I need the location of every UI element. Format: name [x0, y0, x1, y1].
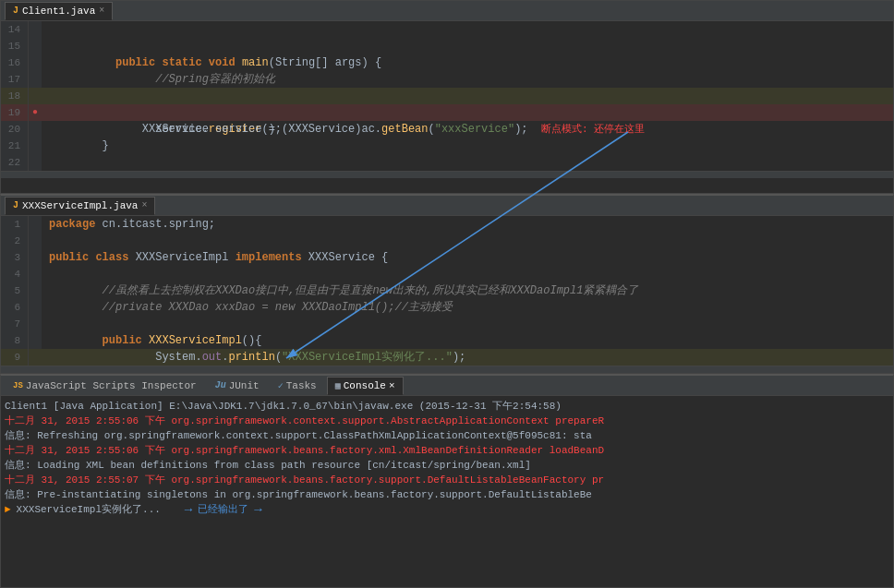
xxxservice-output-text: XXXServiceImpl实例化了... — [17, 502, 161, 517]
code-line-18: 18 ApplicationContext ac = new ClassPath… — [1, 88, 893, 104]
tasks-label: Tasks — [286, 380, 317, 391]
code-line-22: 22 — [1, 154, 893, 171]
top-scrollbar[interactable] — [1, 171, 893, 178]
mid-code-line-9: 9 System.out.println("XXXServiceImpl实例化了… — [1, 349, 893, 366]
console-content: Client1 [Java Application] E:\Java\JDK1.… — [1, 396, 893, 519]
console-icon: ▦ — [335, 380, 341, 391]
console-line-5: 十二月 31, 2015 2:55:07 下午 org.springframew… — [5, 473, 889, 487]
arrow-right-icon: ► — [5, 502, 11, 517]
already-output-text: 已经输出了 — [198, 502, 248, 517]
bottom-tab-bar: JS JavaScript Scripts Inspector Ju JUnit… — [1, 376, 893, 396]
console-line-6: 信息: Pre-instantiating singletons in org.… — [5, 487, 889, 502]
mid-code-line-4: 4 — [1, 266, 893, 282]
console-line-4: 信息: Loading XML bean definitions from cl… — [5, 458, 889, 473]
junit-label: JUnit — [229, 380, 260, 391]
junit-icon: Ju — [215, 380, 226, 390]
tasks-icon: ✓ — [278, 380, 284, 391]
top-editor-panel: J Client1.java × 14 15 public static voi… — [0, 0, 894, 194]
mid-code-line-2: 2 — [1, 233, 893, 249]
client1-tab-label: Client1.java — [22, 6, 95, 17]
arrow-right-2-icon: → — [185, 502, 192, 517]
mid-code-line-5: 5 //虽然看上去控制权在XXXDao接口中,但是由于是直接new出来的,所以其… — [1, 282, 893, 299]
java-file-icon: J — [13, 6, 18, 16]
code-line-19: 19 XXXService service = (XXXService)ac.g… — [1, 104, 893, 121]
console-line-1: 十二月 31, 2015 2:55:06 下午 org.springframew… — [5, 414, 889, 428]
code-line-14: 14 — [1, 21, 893, 38]
mid-code-line-1: 1 package cn.itcast.spring; — [1, 216, 893, 233]
bottom-panel: JS JavaScript Scripts Inspector Ju JUnit… — [0, 374, 894, 588]
mid-editor-panel: J XXXServiceImpl.java × 1 package cn.itc… — [0, 194, 894, 374]
tab-js-scripts-inspector[interactable]: JS JavaScript Scripts Inspector — [5, 377, 205, 395]
console-line-2: 信息: Refreshing org.springframework.conte… — [5, 428, 889, 443]
mid-code-line-3: 3 public class XXXServiceImpl implements… — [1, 249, 893, 266]
client1-tab-close[interactable]: × — [99, 6, 104, 16]
xxxserviceimpl-tab[interactable]: J XXXServiceImpl.java × — [5, 197, 155, 215]
java-file-icon2: J — [13, 200, 18, 210]
mid-code-area: 1 package cn.itcast.spring; 2 3 public c… — [1, 216, 893, 373]
client1-tab[interactable]: J Client1.java × — [5, 2, 113, 20]
js-scripts-icon: JS — [13, 381, 23, 390]
mid-code-line-8: 8 public XXXServiceImpl(){ — [1, 332, 893, 349]
top-code-area: 14 15 public static void main(String[] a… — [1, 21, 893, 194]
mid-scrollbar[interactable] — [1, 366, 893, 373]
tab-junit[interactable]: Ju JUnit — [207, 377, 268, 395]
js-scripts-label: JavaScript Scripts Inspector — [26, 380, 197, 391]
code-line-16: 16 — [1, 54, 893, 71]
code-line-17: 17 //Spring容器的初始化 — [1, 71, 893, 88]
code-line-21: 21 } — [1, 138, 893, 154]
tab-tasks[interactable]: ✓ Tasks — [270, 377, 325, 395]
xxxserviceimpl-tab-close[interactable]: × — [141, 200, 147, 210]
mid-code-line-6: 6 //private XXXDao xxxDao = new XXXDaoIm… — [1, 299, 893, 316]
arrow-right-3-icon: → — [254, 502, 261, 517]
xxxserviceimpl-tab-label: XXXServiceImpl.java — [22, 200, 138, 211]
code-line-15: 15 public static void main(String[] args… — [1, 38, 893, 54]
console-tab-close[interactable]: × — [389, 380, 395, 391]
top-tab-bar: J Client1.java × — [1, 1, 893, 21]
console-line-7: ► XXXServiceImpl实例化了... → 已经输出了 → — [5, 502, 889, 517]
tab-console[interactable]: ▦ Console × — [327, 377, 404, 395]
console-label: Console — [344, 380, 386, 391]
mid-tab-bar: J XXXServiceImpl.java × — [1, 196, 893, 216]
console-line-3: 十二月 31, 2015 2:55:06 下午 org.springframew… — [5, 443, 889, 458]
mid-code-line-7: 7 — [1, 316, 893, 332]
console-header-line: Client1 [Java Application] E:\Java\JDK1.… — [5, 398, 889, 414]
